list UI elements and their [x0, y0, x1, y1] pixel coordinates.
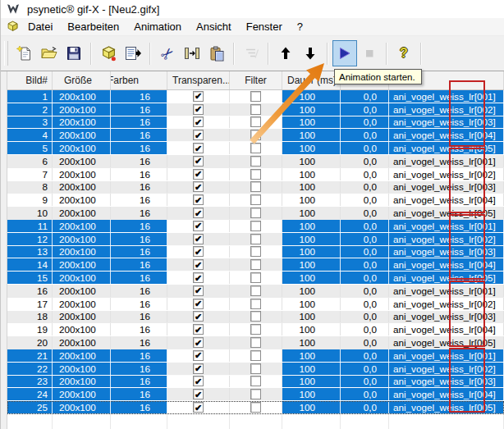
table-row[interactable]: 23200x10016✔1000,0ani_vogel_weiss_lr[003… — [7, 376, 504, 389]
table-row[interactable]: 8200x10016✔1000,0ani_vogel_weiss_lr[003] — [7, 181, 504, 194]
table-row[interactable]: 13200x10016✔1000,0ani_vogel_weiss_lr[003… — [7, 246, 504, 259]
filter-checkbox[interactable] — [250, 311, 261, 322]
table-row[interactable]: 1200x10016✔1000,0ani_vogel_weiss_lr[001] — [7, 90, 504, 103]
table-row[interactable]: 7200x10016✔1000,0ani_vogel_weiss_lr[002] — [7, 168, 504, 181]
play-animation-button[interactable] — [332, 40, 357, 66]
toolbar-grip[interactable] — [4, 41, 8, 66]
table-row[interactable]: 19200x10016✔1000,0ani_vogel_weiss_lr[004… — [7, 323, 504, 336]
filter-checkbox[interactable] — [250, 259, 261, 270]
transparent-checkbox[interactable]: ✔ — [193, 324, 204, 335]
filter-checkbox[interactable] — [250, 389, 261, 399]
filter-checkbox[interactable] — [250, 169, 261, 180]
text-button[interactable] — [239, 40, 263, 66]
table-row[interactable]: 12200x10016✔1000,0ani_vogel_weiss_lr[002… — [7, 233, 504, 246]
filter-checkbox[interactable] — [250, 156, 261, 167]
move-up-button[interactable] — [273, 40, 298, 66]
filter-checkbox[interactable] — [250, 130, 261, 140]
filter-checkbox[interactable] — [250, 350, 261, 361]
filter-checkbox[interactable] — [250, 299, 261, 309]
filter-checkbox[interactable] — [250, 246, 261, 257]
transparent-checkbox[interactable]: ✔ — [193, 169, 204, 180]
table-row[interactable]: 18200x10016✔1000,0ani_vogel_weiss_lr[003… — [7, 311, 504, 324]
transparent-checkbox[interactable]: ✔ — [193, 221, 204, 231]
filter-checkbox[interactable] — [250, 285, 261, 296]
transparent-checkbox[interactable]: ✔ — [193, 299, 204, 309]
menu-item-datei[interactable]: Datei — [21, 18, 60, 35]
transparent-checkbox[interactable]: ✔ — [193, 272, 204, 283]
table-row[interactable]: 22200x10016✔1000,0ani_vogel_weiss_lr[002… — [7, 363, 504, 376]
cut-button[interactable]: ✂ — [155, 40, 180, 66]
paste-button[interactable] — [204, 40, 229, 66]
filter-checkbox[interactable] — [250, 116, 261, 127]
col-header-filter[interactable]: Filter — [230, 71, 282, 89]
transparent-checkbox[interactable]: ✔ — [193, 181, 204, 192]
filter-checkbox[interactable] — [250, 208, 261, 218]
mirror-button[interactable] — [180, 40, 204, 66]
filter-checkbox[interactable] — [250, 91, 261, 102]
filter-checkbox[interactable] — [250, 143, 261, 153]
filter-checkbox[interactable] — [250, 272, 261, 283]
filter-checkbox[interactable] — [250, 337, 261, 348]
save-button[interactable] — [62, 40, 86, 66]
transparent-checkbox[interactable]: ✔ — [193, 116, 204, 127]
transparent-checkbox[interactable]: ✔ — [193, 311, 204, 322]
col-header-bild[interactable]: Bild# — [7, 71, 53, 89]
menu-item-bearbeiten[interactable]: Bearbeiten — [60, 18, 126, 35]
table-row[interactable]: 17200x10016✔1000,0ani_vogel_weiss_lr[002… — [7, 298, 504, 311]
transparent-checkbox[interactable]: ✔ — [193, 208, 204, 218]
table-row[interactable]: 2200x10016✔1000,0ani_vogel_weiss_lr[002] — [7, 103, 504, 116]
help-button[interactable]: ? — [392, 40, 416, 66]
new-button[interactable] — [12, 40, 37, 66]
menu-item-animation[interactable]: Animation — [126, 18, 189, 35]
table-row[interactable]: 15200x10016✔1000,0ani_vogel_weiss_lr[005… — [7, 272, 504, 285]
transparent-checkbox[interactable]: ✔ — [193, 194, 204, 205]
transparent-checkbox[interactable]: ✔ — [193, 246, 204, 257]
transparent-checkbox[interactable]: ✔ — [193, 337, 204, 348]
transparent-checkbox[interactable]: ✔ — [193, 389, 204, 399]
move-down-button[interactable] — [298, 40, 323, 66]
table-row[interactable]: 6200x10016✔1000,0ani_vogel_weiss_lr[001] — [7, 155, 504, 168]
table-row[interactable]: 11200x10016✔1000,0ani_vogel_weiss_lr[001… — [7, 220, 504, 233]
transparent-checkbox[interactable]: ✔ — [193, 234, 204, 244]
stop-animation-button[interactable] — [357, 40, 382, 66]
menu-item-help[interactable]: ? — [290, 18, 310, 35]
optimize-button[interactable] — [96, 40, 121, 66]
export-frames-button[interactable] — [121, 40, 145, 66]
col-header-dauer[interactable]: Dauer (ms) — [282, 71, 341, 89]
table-row[interactable]: 16200x10016✔1000,0ani_vogel_weiss_lr[001… — [7, 285, 504, 298]
transparent-checkbox[interactable]: ✔ — [193, 91, 204, 102]
transparent-checkbox[interactable]: ✔ — [193, 350, 204, 361]
filter-checkbox[interactable] — [250, 221, 261, 231]
transparent-checkbox[interactable]: ✔ — [193, 376, 204, 386]
filter-checkbox[interactable] — [250, 234, 261, 244]
filter-checkbox[interactable] — [250, 104, 261, 115]
transparent-checkbox[interactable]: ✔ — [193, 130, 204, 140]
transparent-checkbox[interactable]: ✔ — [193, 259, 204, 270]
menu-item-ansicht[interactable]: Ansicht — [189, 18, 239, 35]
filter-checkbox[interactable] — [250, 181, 261, 192]
table-row[interactable]: 5200x10016✔1000,0ani_vogel_weiss_lr[005] — [7, 142, 504, 155]
transparent-checkbox[interactable]: ✔ — [193, 156, 204, 167]
document-cube-icon[interactable] — [7, 21, 19, 33]
table-row[interactable]: 9200x10016✔1000,0ani_vogel_weiss_lr[004] — [7, 194, 504, 207]
menu-item-fenster[interactable]: Fenster — [239, 18, 290, 35]
table-row[interactable]: 10200x10016✔1000,0ani_vogel_weiss_lr[005… — [7, 207, 504, 220]
table-row[interactable]: 20200x10016✔1000,0ani_vogel_weiss_lr[005… — [7, 336, 504, 349]
filter-checkbox[interactable] — [250, 363, 261, 374]
filter-checkbox[interactable] — [250, 402, 261, 413]
table-row[interactable]: 21200x10016✔1000,0ani_vogel_weiss_lr[001… — [7, 349, 504, 363]
col-header-groesse[interactable]: Größe — [53, 71, 111, 89]
transparent-checkbox[interactable]: ✔ — [193, 402, 204, 413]
transparent-checkbox[interactable]: ✔ — [193, 143, 204, 153]
col-header-transparent[interactable]: Transparen... — [167, 71, 230, 89]
filter-checkbox[interactable] — [250, 324, 261, 335]
col-header-farben[interactable]: Farben — [111, 71, 167, 89]
table-row[interactable]: 25200x10016✔1000,0ani_vogel_weiss_lr[005… — [7, 401, 504, 414]
filter-checkbox[interactable] — [250, 194, 261, 205]
transparent-checkbox[interactable]: ✔ — [193, 104, 204, 115]
transparent-checkbox[interactable]: ✔ — [193, 285, 204, 296]
filter-checkbox[interactable] — [250, 376, 261, 386]
table-row[interactable]: 24200x10016✔1000,0ani_vogel_weiss_lr[004… — [7, 388, 504, 401]
open-button[interactable] — [37, 40, 62, 66]
table-row[interactable]: 14200x10016✔1000,0ani_vogel_weiss_lr[004… — [7, 258, 504, 272]
